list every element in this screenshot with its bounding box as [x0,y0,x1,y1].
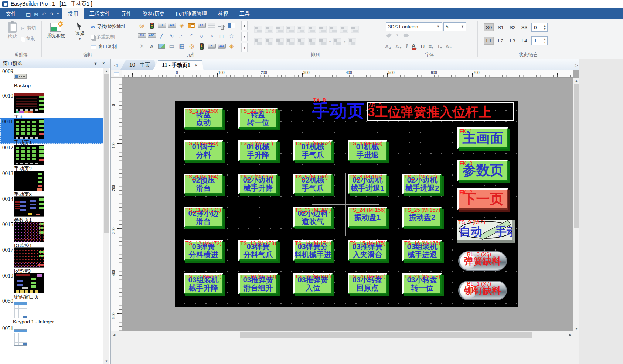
arc-icon[interactable]: ◜ [187,31,197,41]
menu-tab-工程文件[interactable]: 工程文件 [84,8,116,19]
state-button-spinner[interactable]: 0▲▼ [531,23,548,32]
hmi-button-TS_11[interactable]: TS_11 (M-171)02撑小边滑台 [184,207,223,228]
design-canvas[interactable]: TX_0 手动页 AB_0 3工位弹簧推入位杆上 TS_9 (M-2) 自动 手… [175,101,518,307]
state-button-s3[interactable]: S3 [520,23,529,31]
hmi-button-TS_10[interactable]: TS_10 (M-162)01机械手气爪 [293,140,333,161]
menu-tab-检视[interactable]: 检视 [212,8,234,19]
select-dropdown-icon[interactable]: ▾ [72,37,88,41]
preview-thumbnail[interactable] [14,222,44,242]
toggle-switch-icon[interactable]: ◈ [177,21,187,30]
scroll-up-icon[interactable]: ▲ [241,21,248,30]
hmi-button-TS_24[interactable]: TS_24 (M-156)振动盘1 [348,207,387,228]
function-key-FK_0[interactable]: FK_0参数页 [457,160,508,181]
language-button-l3[interactable]: L3 [508,37,517,45]
hmi-button-TS_20[interactable]: TS_20 (M-151)03小转盘回原点 [348,273,387,294]
preview-thumbnail[interactable] [14,145,44,165]
scroll-up-icon[interactable]: ▲ [573,78,579,84]
horizontal-scrollbar[interactable]: ◀ ▶ [111,331,573,338]
hmi-button-TS_0[interactable]: TS_0 (M-160)01钩子分料 [184,140,223,161]
menu-tab-资料/历史[interactable]: 资料/历史 [137,8,170,19]
line-icon[interactable]: ╱ [157,31,167,41]
window-copy-button[interactable]: 窗口复制 [91,44,117,50]
preview-thumbnail[interactable] [14,171,44,191]
function-key-FK_1[interactable]: FK_1主画面 [457,127,508,149]
scrollbar-thumb[interactable] [240,332,532,338]
polyline-icon[interactable]: ⋰ [177,31,187,41]
underline-icon[interactable]: U [421,43,425,50]
hmi-button-TS_8[interactable]: TS_8 (M-167)02小边机械手进退1 [348,174,387,194]
design-workspace[interactable]: TX_0 手动页 AB_0 3工位弹簧推入位杆上 TS_9 (M-2) 自动 手… [122,78,573,331]
tab-scroll-right-icon[interactable]: ▷ [575,63,578,68]
lamp-BL_1[interactable]: BL_1 (X7)铆钉缺料 [458,281,507,300]
hmi-button-TS_6[interactable]: TS_6 (M-164)02预压滑台 [184,174,223,194]
hmi-button-TS_2[interactable]: TS_2 (M-170)02小边机械手进退2 [402,174,442,194]
hmi-button-TS_16[interactable]: TS_16 (M-176)03组装机械手进退 [402,240,442,261]
menu-tab-元件[interactable]: 元件 [116,8,137,19]
hmi-button-TS_1[interactable]: TS_1 (M-150)转盘点动 [184,108,223,129]
export-icon[interactable]: ⊠ [34,11,38,17]
preview-thumbnail[interactable] [14,329,27,346]
toggle-switch-2-icon[interactable]: ◈ [227,41,236,51]
frame-icon[interactable]: ▭ [167,41,177,51]
hmi-button-TS_13[interactable]: TS_13 (M-173)03弹簧分料气爪 [238,240,278,261]
preview-item-0010[interactable]: 0010主页 [0,92,104,118]
numeric-display-icon[interactable]: 999 [137,31,147,41]
scroll-right-icon[interactable]: ▶ [567,331,573,338]
multi-state-switch-icon[interactable] [207,21,217,30]
system-parameters-button[interactable]: 系统参数 [44,23,68,39]
preview-thumbnail[interactable] [14,74,27,79]
menu-tab-工具[interactable]: 工具 [234,8,255,19]
italic-icon[interactable]: I [406,43,408,50]
preview-thumbnail[interactable] [14,119,44,139]
preview-thumbnail[interactable] [14,196,44,217]
bit-switch-icon[interactable]: H [157,21,167,30]
hmi-button-TS_4[interactable]: TS_4 (M-163)01机械手进退 [348,140,387,161]
scroll-down-icon[interactable]: ▼ [241,32,248,41]
scroll-more-icon[interactable]: ⇟ [241,43,248,52]
option-list-icon[interactable] [227,21,236,30]
pie-icon[interactable]: ◔ [207,31,217,41]
hmi-button-TS_21[interactable]: TS_21 (M-159)03小转盘转一位 [402,273,442,294]
preview-thumbnail[interactable] [14,93,44,113]
word-switch-icon[interactable]: 123 [167,21,177,30]
scroll-down-icon[interactable]: ▼ [103,358,109,364]
star-icon[interactable]: ☆ [227,31,236,41]
cut-button[interactable]: ✂ 剪切 [21,25,36,31]
editor-tab-10 - 主页[interactable]: 10 - 主页 [120,60,156,70]
text-icon[interactable]: A [147,41,157,51]
word-switch-2-icon[interactable]: 123 [217,41,227,51]
hmi-button-TS_3[interactable]: TS_3 (M-161)01机械手升降 [238,140,278,161]
function-key-FK_2[interactable]: FK_2下一页 [457,188,508,210]
bit-lamp-icon[interactable]: ◎ [137,21,147,30]
hmi-button-TS_5[interactable]: TS_5 (M-166)02机械手气爪 [293,174,333,194]
redo-icon[interactable]: ↷ [50,11,54,17]
menu-tab-常用[interactable]: 常用 [62,8,84,19]
copy-button[interactable]: 复制 [21,35,35,42]
text-style-icon[interactable]: A✎ [445,43,452,50]
hmi-button-TS_19[interactable]: TS_19 (M-181)03推弹簧入位 [293,273,333,294]
language-button-spinner[interactable]: 1▲▼ [531,36,548,45]
multi-copy-button[interactable]: 多重复制 [91,34,115,40]
preview-item-0019[interactable]: 0019密码窗口页 [0,272,104,297]
menu-tab-IIoT/能源管理[interactable]: IIoT/能源管理 [170,8,212,19]
font-color-icon[interactable]: A▾ [412,43,417,50]
preview-item-0017[interactable]: 0017io监控3 [0,246,104,272]
hmi-button-TS_15[interactable]: TS_15 (M-175)03推弹簧入夹滑台 [348,240,387,261]
language-button-l2[interactable]: L2 [496,37,505,45]
scroll-up-icon[interactable]: ▲ [103,68,109,74]
auto-manual-switch[interactable]: TS_9 (M-2) 自动 手动 [457,220,515,243]
preview-item-0013[interactable]: 0013手动页3 [0,170,104,195]
preview-scrollbar[interactable]: ▲ ▼ [103,68,109,364]
slider-icon[interactable] [217,21,227,30]
preview-item-0011[interactable]: 0011手动页1 [0,118,104,144]
hmi-button-TS_12[interactable]: TS_12 (M-172)03弹簧分料横进 [184,240,223,261]
hmi-button-TS_25[interactable]: TS_25 (M-157)振动盘2 [402,207,442,228]
hmi-button-TS_14[interactable]: TS_14 (M-174)03弹簧分料机械手进 [293,240,333,261]
hmi-button-TS_7[interactable]: TS_7 (M-165)02小边机械手升降 [238,174,278,194]
ascii-display-icon[interactable]: ABC [147,31,157,41]
lamp-BL_0[interactable]: BL_0 (X6)弹簧缺料 [458,251,507,271]
format-painter-icon[interactable] [386,33,392,38]
hmi-button-TS_23[interactable]: TS_23 (M-204)02小边料道吹气 [293,207,333,228]
preview-item-0014[interactable]: 0014参数页1 [0,195,104,221]
function-key-icon[interactable]: Fn [197,21,207,30]
